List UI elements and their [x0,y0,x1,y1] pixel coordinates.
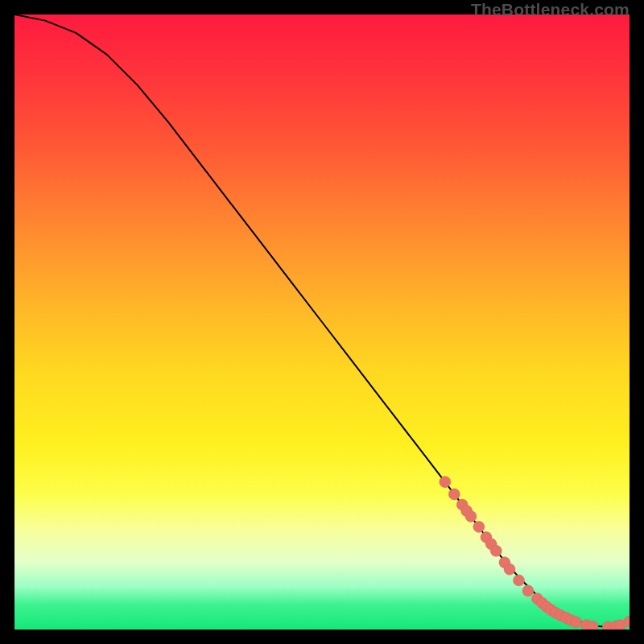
chart-frame: TheBottleneck.com [0,0,644,644]
curve-layer [14,14,630,630]
data-marker [571,617,582,628]
bottleneck-curve [14,14,630,627]
data-marker [448,489,460,500]
data-marker [513,575,524,586]
marker-group [440,477,630,630]
data-marker [504,564,515,575]
plot-area [14,14,630,630]
data-marker [465,510,477,522]
data-marker [473,521,485,532]
data-marker [490,545,502,556]
watermark-text: TheBottleneck.com [471,0,630,19]
data-marker [440,477,451,488]
data-marker [522,585,534,597]
